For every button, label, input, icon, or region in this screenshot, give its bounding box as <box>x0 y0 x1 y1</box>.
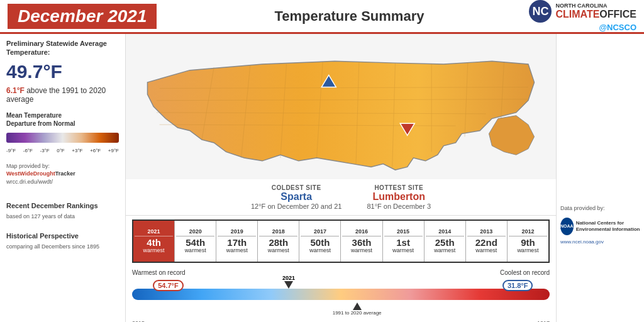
avg-marker: 1991 to 2020 average <box>333 303 382 316</box>
rank-cell-2020: 202054thwarmest <box>175 221 216 262</box>
rank-word-2016: warmest <box>351 247 372 253</box>
rank-cell-2015: 20151stwarmest <box>383 221 425 262</box>
nc-badge: NC <box>529 0 552 23</box>
ncei-url: www.ncei.noaa.gov <box>560 239 640 245</box>
diff-value: 6.1°F <box>6 86 25 95</box>
header: December 2021 Temperature Summary NC NOR… <box>0 0 644 34</box>
coldest-site: COLDEST SITE Sparta 12°F on December 20 … <box>251 184 341 210</box>
historical-area: Warmest on record Coolest on record 54.7… <box>132 269 550 319</box>
hottest-name: Lumberton <box>367 191 431 203</box>
noaa-badge: NOAA <box>560 218 574 235</box>
rank-cell-2012: 20129thwarmest <box>508 221 548 262</box>
hottest-label: HOTTEST SITE <box>367 184 431 191</box>
rank-cell-2017: 201750thwarmest <box>299 221 341 262</box>
rank-number-2014: 25th <box>435 238 455 247</box>
rank-number-2016: 36th <box>352 238 372 247</box>
page-subtitle: Temperature Summary <box>169 8 529 25</box>
rank-year-2021: 2021 <box>135 228 173 236</box>
sites-row: COLDEST SITE Sparta 12°F on December 20 … <box>126 179 556 216</box>
right-panel: Data provided by: NOAA National Centers … <box>556 34 644 322</box>
rank-cell-2014: 201425thwarmest <box>425 221 466 262</box>
rankings-sub: based on 127 years of data <box>6 213 119 219</box>
rank-year-2020: 2020 <box>176 228 214 236</box>
rank-word-2017: warmest <box>309 247 331 253</box>
coldest-label: COLDEST SITE <box>251 184 341 191</box>
rank-cell-2019: 201917thwarmest <box>216 221 258 262</box>
legend-label: Mean Temperature Departure from Normal <box>6 111 119 128</box>
rank-year-2019: 2019 <box>218 228 256 236</box>
avg-diff: 6.1°F above the 1991 to 2020 average <box>6 86 119 104</box>
avg-value: 49.7°F <box>6 61 119 82</box>
nc-map-svg <box>126 34 556 179</box>
current-year-label: 2021 <box>282 275 295 281</box>
legend-ticks: -9°F -6°F -3°F 0°F +3°F +6°F +9°F <box>6 148 119 153</box>
rank-word-2020: warmest <box>185 247 206 253</box>
hottest-detail: 81°F on December 3 <box>367 203 431 210</box>
left-panel: Preliminary Statewide Average Temperatur… <box>0 34 126 322</box>
rank-number-2018: 28th <box>269 238 288 247</box>
rank-number-2017: 50th <box>311 238 330 247</box>
coldest-detail: 12°F on December 20 and 21 <box>251 203 341 210</box>
rank-word-2013: warmest <box>475 247 497 253</box>
rank-cell-2016: 201636thwarmest <box>341 221 382 262</box>
coolest-temp: 31.8°F <box>502 280 533 291</box>
historical-sub: comparing all Decembers since 1895 <box>6 243 119 250</box>
title-text: December 2021 <box>18 6 147 26</box>
rankings-label: Recent December Rankings <box>6 202 119 209</box>
rank-year-2014: 2014 <box>426 228 464 236</box>
historical-label: Historical Perspective <box>6 232 119 240</box>
rank-word-2018: warmest <box>268 247 289 253</box>
rank-number-2019: 17th <box>227 238 247 247</box>
rank-number-2021: 4th <box>147 238 161 247</box>
warmest-temp: 54.7°F <box>153 280 184 291</box>
main-content: Preliminary Statewide Average Temperatur… <box>0 34 644 322</box>
ncei-name: National Centers for Environmental Infor… <box>576 220 640 232</box>
coolest-record-marker: 31.8°F <box>502 280 533 291</box>
noaa-logo: NOAA National Centers for Environmental … <box>560 218 640 235</box>
rank-word-2021: warmest <box>143 247 165 253</box>
page-title: December 2021 <box>8 4 157 29</box>
nc-logo: NC NORTH CAROLINA CLIMATEOFFICE <box>529 0 636 23</box>
center-panel: COLDEST SITE Sparta 12°F on December 20 … <box>126 34 556 322</box>
rank-cell-2013: 201322ndwarmest <box>466 221 508 262</box>
rank-number-2015: 1st <box>396 238 410 247</box>
coolest-record-label: Coolest on record <box>500 269 550 276</box>
avg-label: 1991 to 2020 average <box>333 310 382 316</box>
twitter-handle: @NCSCO <box>599 23 636 32</box>
rank-year-2015: 2015 <box>384 228 423 236</box>
data-credit-label: Data provided by: <box>560 205 640 213</box>
rank-word-2014: warmest <box>434 247 455 253</box>
current-year-marker: 2021 <box>282 275 295 289</box>
rankings-bar: 20214thwarmest202054thwarmest201917thwar… <box>132 219 550 263</box>
coldest-name: Sparta <box>251 191 341 203</box>
historical-track <box>132 289 550 300</box>
rank-year-2017: 2017 <box>301 228 339 236</box>
legend-bar <box>6 133 119 143</box>
logo-area: NC NORTH CAROLINA CLIMATEOFFICE @NCSCO <box>529 0 636 32</box>
rank-number-2013: 22nd <box>475 238 497 247</box>
hottest-site: HOTTEST SITE Lumberton 81°F on December … <box>367 184 431 210</box>
rank-year-2012: 2012 <box>509 228 547 236</box>
rank-number-2020: 54th <box>186 238 205 247</box>
rank-year-2016: 2016 <box>342 228 380 236</box>
rank-year-2013: 2013 <box>467 228 506 236</box>
rank-number-2012: 9th <box>521 238 535 247</box>
warmest-record-label: Warmest on record <box>132 269 186 276</box>
rank-cell-2018: 201828thwarmest <box>258 221 299 262</box>
rank-word-2019: warmest <box>226 247 248 253</box>
map-area <box>126 34 556 179</box>
rank-cell-2021: 20214thwarmest <box>133 221 175 262</box>
rank-word-2015: warmest <box>392 247 414 253</box>
rank-year-2018: 2018 <box>259 228 297 236</box>
avg-label: Preliminary Statewide Average Temperatur… <box>6 39 119 57</box>
warmest-record-marker: 54.7°F <box>153 280 184 291</box>
rank-word-2012: warmest <box>517 247 538 253</box>
map-credit: Map provided by: WestWideDroughtTracker … <box>6 162 119 186</box>
